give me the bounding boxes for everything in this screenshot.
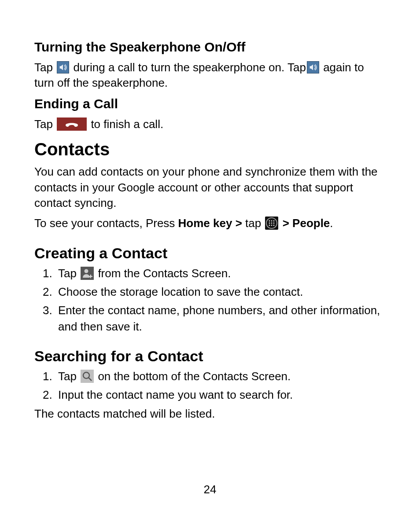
text: Tap (34, 61, 56, 74)
steps-searching-contact: Tap on the bottom of the Contacts Screen… (34, 368, 384, 403)
list-item: Tap from the Contacts Screen. (55, 265, 384, 281)
para-search-result: The contacts matched will be listed. (34, 406, 384, 422)
svg-point-7 (269, 225, 270, 226)
text: Tap (58, 267, 80, 280)
para-contacts-open: To see your contacts, Press Home key > t… (34, 216, 384, 231)
svg-point-2 (271, 220, 273, 222)
text-bold: Home key > (178, 217, 245, 230)
svg-point-13 (83, 372, 89, 378)
add-contact-icon (81, 267, 94, 280)
text: To see your contacts, Press (34, 217, 178, 230)
svg-point-8 (271, 225, 273, 226)
para-contacts-intro: You can add contacts on your phone and s… (34, 164, 384, 212)
heading-speakerphone: Turning the Speakerphone On/Off (34, 39, 384, 55)
svg-point-9 (273, 225, 275, 226)
svg-point-4 (269, 223, 270, 224)
speaker-icon (307, 61, 319, 73)
apps-grid-icon (265, 217, 278, 230)
svg-line-14 (88, 378, 92, 381)
list-item: Input the contact name you want to searc… (55, 387, 384, 403)
svg-point-10 (85, 269, 88, 273)
manual-page: Turning the Speakerphone On/Off Tap duri… (0, 0, 420, 514)
speaker-icon (57, 61, 69, 73)
para-speakerphone: Tap during a call to turn the speakerpho… (34, 60, 384, 92)
text: . (330, 217, 333, 230)
svg-point-1 (269, 220, 270, 222)
svg-point-3 (273, 220, 275, 222)
svg-point-5 (271, 223, 273, 224)
end-call-icon (57, 117, 87, 131)
heading-contacts: Contacts (34, 139, 384, 160)
text: Tap (34, 117, 56, 131)
heading-searching-contact: Searching for a Contact (34, 347, 384, 366)
steps-creating-contact: Tap from the Contacts Screen. Choose the… (34, 265, 384, 335)
svg-point-6 (273, 223, 275, 224)
text: to finish a call. (88, 117, 163, 131)
heading-creating-contact: Creating a Contact (34, 244, 384, 263)
search-icon (81, 370, 94, 383)
text: from the Contacts Screen. (95, 267, 231, 280)
text: during a call to turn the speakerphone o… (70, 61, 306, 74)
list-item: Choose the storage location to save the … (55, 284, 384, 300)
heading-ending-call: Ending a Call (34, 95, 384, 112)
text: Tap (58, 370, 80, 383)
text: on the bottom of the Contacts Screen. (95, 370, 291, 383)
para-ending-call: Tap to finish a call. (34, 117, 384, 132)
list-item: Tap on the bottom of the Contacts Screen… (55, 368, 384, 384)
text: tap (245, 217, 264, 230)
list-item: Enter the contact name, phone numbers, a… (55, 302, 384, 334)
page-number: 24 (0, 483, 420, 496)
text-bold: > People (279, 217, 330, 230)
